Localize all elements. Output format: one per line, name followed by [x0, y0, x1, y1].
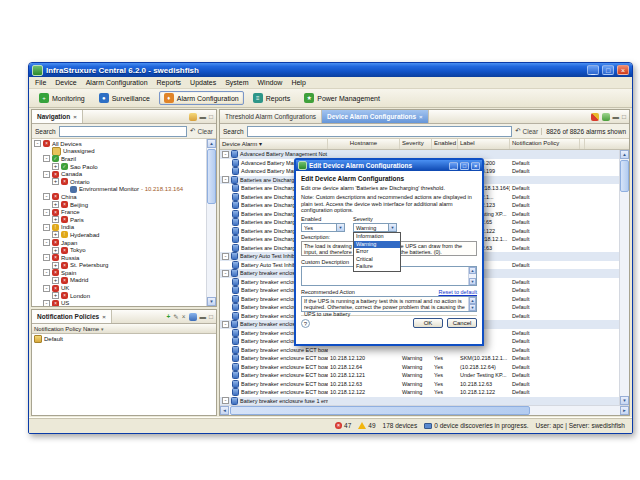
toolbar-button-reports[interactable]: ≡Reports: [248, 91, 296, 105]
menu-window[interactable]: Window: [258, 79, 283, 86]
cancel-button[interactable]: Cancel: [447, 318, 477, 328]
title-bar[interactable]: InfraStruxure Central 6.2.0 - swedishfis…: [29, 63, 632, 77]
column-header-notification-policy[interactable]: Notification Policy: [510, 139, 580, 149]
scroll-up-icon[interactable]: ▲: [207, 139, 216, 148]
minimize-button[interactable]: _: [587, 65, 599, 75]
scroll-down-icon[interactable]: ▼: [469, 304, 476, 311]
expand-icon[interactable]: +: [52, 247, 59, 254]
collapse-icon[interactable]: -: [43, 300, 50, 306]
menu-help[interactable]: Help: [291, 79, 305, 86]
close-icon[interactable]: ×: [73, 114, 77, 120]
scroll-thumb[interactable]: [230, 406, 530, 415]
textarea-scrollbar[interactable]: ▲ ▼: [468, 297, 476, 311]
delete-policy-icon[interactable]: ×: [182, 313, 186, 321]
tree-item-uk[interactable]: -×UK: [32, 284, 206, 292]
tab-notification-policies[interactable]: Notification Policies ×: [32, 310, 112, 323]
scroll-down-icon[interactable]: ▼: [469, 278, 476, 285]
navigation-search-input[interactable]: [59, 126, 187, 137]
tree-item-unassigned[interactable]: Unassigned: [32, 148, 206, 156]
collapse-icon[interactable]: -: [43, 269, 50, 276]
maximize-icon[interactable]: □: [622, 113, 626, 121]
scroll-thumb[interactable]: [207, 149, 216, 204]
scroll-left-icon[interactable]: ◄: [220, 406, 229, 415]
column-header-label[interactable]: Label: [458, 139, 510, 149]
tab-threshold-alarm-configurations[interactable]: Threshold Alarm Configurations: [220, 110, 322, 123]
scroll-down-icon[interactable]: ▼: [620, 396, 629, 405]
dialog-close-button[interactable]: ×: [471, 162, 480, 170]
column-header-enabled[interactable]: Enabled: [432, 139, 458, 149]
expand-icon[interactable]: +: [52, 163, 59, 170]
textarea-scrollbar[interactable]: ▲ ▼: [468, 267, 476, 285]
maximize-button[interactable]: □: [602, 65, 614, 75]
tree-item-ontario[interactable]: +×Ontario: [32, 178, 206, 186]
alarm-table-row[interactable]: Battery breaker enclosure ECT board erro…: [220, 371, 619, 380]
tree-item-madrid[interactable]: +×Madrid: [32, 277, 206, 285]
ok-button[interactable]: OK: [413, 318, 443, 328]
tab-device-alarm-configurations[interactable]: Device Alarm Configurations×: [322, 110, 429, 123]
collapse-icon[interactable]: -: [43, 239, 50, 246]
navigation-clear-button[interactable]: ↶ Clear: [190, 127, 213, 135]
scroll-down-icon[interactable]: ▼: [207, 297, 216, 306]
close-button[interactable]: ×: [617, 65, 629, 75]
sync-icon[interactable]: [591, 113, 599, 121]
collapse-icon[interactable]: -: [43, 209, 50, 216]
minimize-icon[interactable]: ▬: [613, 113, 620, 121]
collapse-icon[interactable]: -: [222, 321, 229, 328]
toolbar-button-surveillance[interactable]: ●Surveillance: [94, 91, 155, 105]
minimize-icon[interactable]: ▬: [200, 313, 207, 321]
tree-item-beijing[interactable]: +×Beijing: [32, 201, 206, 209]
add-policy-icon[interactable]: +: [167, 313, 171, 321]
tree-item-india[interactable]: -!India: [32, 224, 206, 232]
maximize-icon[interactable]: □: [209, 113, 213, 121]
alarm-search-input[interactable]: [247, 126, 513, 137]
collapse-icon[interactable]: -: [43, 285, 50, 292]
expand-icon[interactable]: +: [52, 216, 59, 223]
dialog-maximize-button[interactable]: □: [460, 162, 469, 170]
alarm-table-row[interactable]: Battery breaker enclosure ECT board erro…: [220, 354, 619, 363]
scroll-up-icon[interactable]: ▲: [620, 150, 629, 159]
severity-option-failure[interactable]: Failure: [354, 263, 400, 271]
minimize-icon[interactable]: ▬: [200, 113, 207, 121]
tree-item-china[interactable]: -×China: [32, 193, 206, 201]
severity-select[interactable]: Warning ▼: [353, 223, 397, 232]
expand-icon[interactable]: +: [52, 292, 59, 299]
tree-item-environmental-monitor[interactable]: Environmental Monitor - 10.218.13.164: [32, 186, 206, 194]
scroll-right-icon[interactable]: ►: [620, 406, 629, 415]
collapse-icon[interactable]: -: [222, 397, 229, 404]
collapse-icon[interactable]: -: [222, 270, 229, 277]
policy-settings-icon[interactable]: [189, 313, 197, 321]
tree-item-us[interactable]: -×US: [32, 299, 206, 306]
tree-item-tokyo[interactable]: +×Tokyo: [32, 246, 206, 254]
collapse-icon[interactable]: -: [43, 155, 50, 162]
expand-icon[interactable]: +: [52, 201, 59, 208]
alarm-table-row[interactable]: Battery breaker enclosure ECT board erro…: [220, 346, 619, 355]
chevron-down-icon[interactable]: ▼: [388, 224, 396, 231]
column-header-severity[interactable]: Severity: [400, 139, 432, 149]
table-vscrollbar[interactable]: ▲ ▼: [619, 150, 629, 405]
alarm-clear-button[interactable]: ↶ Clear: [515, 127, 538, 135]
expand-icon[interactable]: +: [52, 262, 59, 269]
collapse-icon[interactable]: -: [222, 151, 229, 158]
column-header-hostname[interactable]: Hostname: [328, 139, 400, 149]
warning-count[interactable]: 49: [358, 422, 375, 429]
severity-option-warning[interactable]: Warning: [354, 241, 400, 249]
menu-updates[interactable]: Updates: [190, 79, 216, 86]
edit-policy-icon[interactable]: ✎: [173, 313, 178, 321]
tree-item-france[interactable]: -×France: [32, 208, 206, 216]
tree-item-sao-paolo[interactable]: +✓Sao Paolo: [32, 163, 206, 171]
toolbar-button-monitoring[interactable]: +Monitoring: [34, 91, 90, 105]
alarm-group-row[interactable]: -Battery breaker enclosure fuse 1 error …: [220, 397, 619, 406]
severity-option-error[interactable]: Error: [354, 248, 400, 256]
tree-item-brazil[interactable]: -✓Brazil: [32, 155, 206, 163]
table-hscrollbar[interactable]: ◄ ►: [220, 405, 629, 415]
collapse-icon[interactable]: -: [43, 171, 50, 178]
tree-item-paris[interactable]: +×Paris: [32, 216, 206, 224]
scroll-thumb[interactable]: [620, 160, 629, 192]
expand-icon[interactable]: +: [52, 277, 59, 284]
collapse-icon[interactable]: -: [43, 224, 50, 231]
tree-item-japan[interactable]: -×Japan: [32, 239, 206, 247]
alarm-table-row[interactable]: Battery breaker enclosure ECT board erro…: [220, 380, 619, 389]
collapse-icon[interactable]: -: [34, 140, 41, 147]
tab-navigation[interactable]: Navigation ×: [32, 110, 83, 123]
scroll-up-icon[interactable]: ▲: [469, 267, 476, 274]
